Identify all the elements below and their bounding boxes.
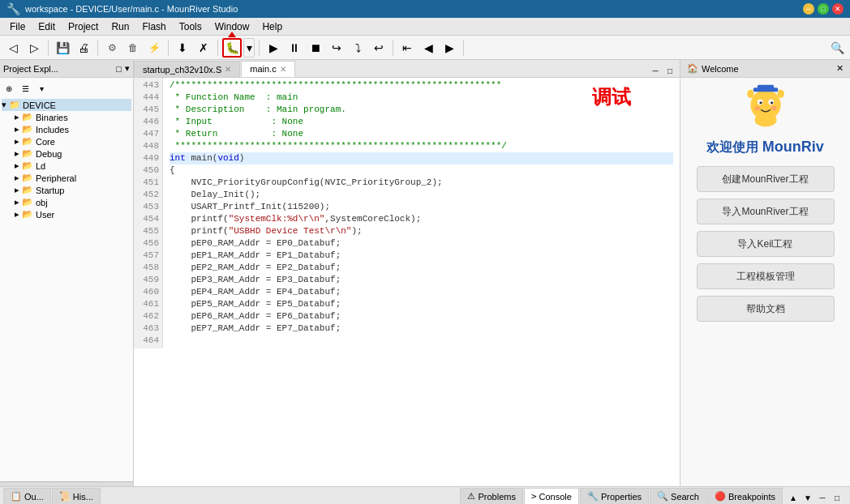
console-down-btn[interactable]: ▼ <box>801 491 814 504</box>
editor-minimize-btn[interactable]: ─ <box>649 64 662 77</box>
tree-item-peripheral[interactable]: ▸ 📂 Peripheral <box>2 172 131 184</box>
editor-tab-startup[interactable]: startup_ch32v10x.S ✕ <box>134 61 240 77</box>
code-line: pEP1_RAM_Addr = EP1_Databuf; <box>170 250 673 262</box>
toolbar-fwd2[interactable]: ▶ <box>440 38 459 58</box>
bottom-tab-search[interactable]: 🔍 Search <box>650 488 706 504</box>
menu-flash[interactable]: Flash <box>135 19 172 34</box>
toolbar-forward[interactable]: ▷ <box>24 38 44 58</box>
bottom-tab-breakpoints[interactable]: 🔴 Breakpoints <box>707 488 783 504</box>
console-minimize-btn[interactable]: ─ <box>816 491 829 504</box>
tree-item-startup[interactable]: ▸ 📂 Startup <box>2 184 131 196</box>
toolbar-prop[interactable]: ⚡ <box>144 38 164 58</box>
ld-icon: ▸ <box>15 160 19 171</box>
code-content[interactable]: /***************************************… <box>163 78 680 348</box>
svg-point-6 <box>771 106 776 110</box>
problems-tab-label: Problems <box>478 492 515 502</box>
tree-toolbar-btn1[interactable]: ⊕ <box>2 81 16 96</box>
svg-point-7 <box>747 90 753 98</box>
toolbar-search[interactable]: 🔍 <box>827 38 847 58</box>
console-maximize-btn[interactable]: □ <box>831 491 844 504</box>
toolbar-download[interactable]: ⬇ <box>173 38 192 58</box>
toolbar-step-into[interactable]: ↪ <box>327 38 346 58</box>
tree-item-obj[interactable]: ▸ 📂 obj <box>2 196 131 208</box>
includes-icon: ▸ <box>15 124 19 135</box>
editor-maximize-btn[interactable]: □ <box>663 64 676 77</box>
welcome-close-btn[interactable]: ✕ <box>836 63 844 74</box>
tab-close-startup[interactable]: ✕ <box>225 65 231 74</box>
toolbar-build[interactable]: ⚙ <box>102 38 122 58</box>
toolbar-step-return[interactable]: ↩ <box>369 38 389 58</box>
line-number: 452 <box>137 189 159 201</box>
svg-point-4 <box>770 101 772 104</box>
tree-item-includes[interactable]: ▸ 📂 Includes <box>2 123 131 135</box>
line-number: 460 <box>137 286 159 298</box>
project-explorer-header: Project Expl... □ ▾ <box>0 60 133 78</box>
toolbar-suspend[interactable]: ⏸ <box>285 38 304 58</box>
panel-resize-handle[interactable] <box>0 481 133 486</box>
panel-menu-icon[interactable]: ▾ <box>125 63 130 74</box>
editor-panel: startup_ch32v10x.S ✕ main.c ✕ ─ □ 调试 443… <box>134 60 680 486</box>
toolbar-back[interactable]: ◁ <box>3 38 23 58</box>
tree-item-user[interactable]: ▸ 📂 User <box>2 208 131 220</box>
bottom-tab-outline[interactable]: 📋 Ou... <box>3 488 51 504</box>
menu-project[interactable]: Project <box>62 19 105 34</box>
line-number: 455 <box>137 225 159 237</box>
import-keil-button[interactable]: 导入Keil工程 <box>697 231 835 257</box>
toolbar-back2[interactable]: ◀ <box>419 38 438 58</box>
tree-label-device: DEVICE <box>23 100 56 110</box>
bottom-tab-problems[interactable]: ⚠ Problems <box>460 488 522 504</box>
import-mounriver-button[interactable]: 导入MounRiver工程 <box>697 199 835 224</box>
tree-item-ld[interactable]: ▸ 📂 Ld <box>2 160 131 172</box>
toolbar-step-over[interactable]: ⤵ <box>348 38 367 58</box>
startup-icon: ▸ <box>15 185 19 195</box>
create-project-button[interactable]: 创建MounRiver工程 <box>697 166 835 192</box>
toolbar-erase[interactable]: ✗ <box>194 38 213 58</box>
toolbar-clean[interactable]: 🗑 <box>123 38 143 58</box>
bottom-tab-console[interactable]: > Console <box>524 488 579 504</box>
menu-edit[interactable]: Edit <box>32 19 62 34</box>
svg-point-11 <box>754 113 776 127</box>
collapse-icon[interactable]: □ <box>116 64 122 74</box>
toolbar-run-debug[interactable]: ▶ <box>264 38 283 58</box>
folder-icon: ▾ <box>2 100 6 110</box>
close-button[interactable]: ✕ <box>832 3 844 15</box>
tree-toolbar-btn2[interactable]: ☰ <box>18 81 32 96</box>
menu-file[interactable]: File <box>3 19 32 34</box>
core-icon: ▸ <box>15 136 19 147</box>
bottom-tab-history[interactable]: 📜 His... <box>52 488 101 504</box>
line-number: 453 <box>137 201 159 213</box>
tree-label-binaries: Binaries <box>36 113 68 122</box>
tree-label-peripheral: Peripheral <box>36 173 76 183</box>
maximize-button[interactable]: □ <box>818 3 829 15</box>
console-up-btn[interactable]: ▲ <box>787 491 800 504</box>
titlebar-text: workspace - DEVICE/User/main.c - MounRiv… <box>25 4 238 14</box>
toolbar-debug-dropdown[interactable]: ▾ <box>243 38 255 58</box>
toolbar-debug[interactable]: 🐛 <box>222 38 242 58</box>
code-line: { <box>170 164 673 177</box>
outline-tab-label: Ou... <box>24 492 44 502</box>
bottom-tab-properties[interactable]: 🔧 Properties <box>580 488 649 504</box>
minimize-button[interactable]: ─ <box>803 3 814 15</box>
line-number: 454 <box>137 213 159 225</box>
line-number: 445 <box>137 104 159 116</box>
toolbar-save[interactable]: 💾 <box>53 38 72 58</box>
tree-toolbar-btn3[interactable]: ▾ <box>34 81 49 96</box>
template-manager-button[interactable]: 工程模板管理 <box>697 263 835 289</box>
toolbar-stop[interactable]: ⏹ <box>306 38 325 58</box>
toolbar-print[interactable]: 🖨 <box>74 38 93 58</box>
tree-item-debug[interactable]: ▸ 📂 Debug <box>2 147 131 160</box>
tree-item-device[interactable]: ▾ 📁 DEVICE <box>2 99 131 111</box>
menu-help[interactable]: Help <box>255 19 289 34</box>
help-docs-button[interactable]: 帮助文档 <box>697 296 835 322</box>
toolbar-goto[interactable]: ⇤ <box>397 38 417 58</box>
code-editor[interactable]: 调试 4434444454464474484494504514524534544… <box>134 78 680 486</box>
editor-tab-main[interactable]: main.c ✕ <box>241 61 294 77</box>
tree-item-core[interactable]: ▸ 📂 Core <box>2 135 131 147</box>
peripheral-icon: ▸ <box>15 173 19 183</box>
tree-item-binaries[interactable]: ▸ 📂 Binaries <box>2 111 131 123</box>
menu-tools[interactable]: Tools <box>173 19 208 34</box>
line-number: 449 <box>137 152 159 164</box>
titlebar: 🔧 workspace - DEVICE/User/main.c - MounR… <box>0 0 850 18</box>
tab-close-main[interactable]: ✕ <box>280 65 286 74</box>
menu-run[interactable]: Run <box>105 19 135 34</box>
